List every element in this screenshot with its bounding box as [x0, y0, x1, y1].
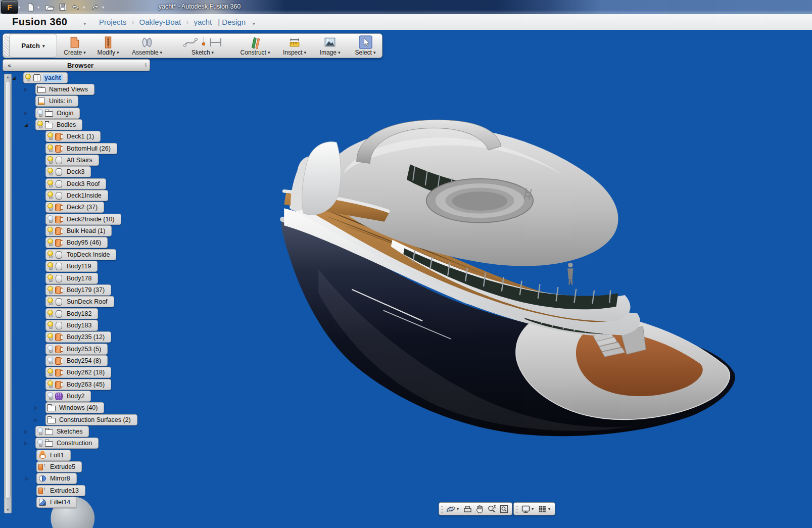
- visibility-bulb-icon[interactable]: [47, 191, 53, 200]
- tree-item-chip[interactable]: Body235 (12): [45, 331, 111, 343]
- scroll-down-icon[interactable]: [5, 507, 11, 513]
- scrollbar-thumb[interactable]: [5, 81, 11, 499]
- visibility-bulb-icon[interactable]: [37, 121, 43, 129]
- browser-tree-item[interactable]: SunDeck Roof: [0, 296, 172, 308]
- zoom-button[interactable]: [486, 503, 498, 514]
- browser-tree-item[interactable]: Loft1: [0, 449, 172, 461]
- fit-button[interactable]: [498, 503, 510, 514]
- tree-item-chip[interactable]: Body178: [45, 273, 98, 284]
- app-menu-caret-icon[interactable]: [18, 5, 23, 10]
- expand-arrow-icon[interactable]: ▷: [34, 405, 45, 410]
- browser-resize-grip[interactable]: [145, 62, 150, 68]
- new-document-button[interactable]: [24, 2, 36, 13]
- grid-settings-caret-icon[interactable]: [548, 507, 553, 511]
- browser-tree-item[interactable]: ▷ Construction Surfaces (2): [0, 414, 172, 425]
- browser-tree-item[interactable]: Extrude5: [0, 461, 172, 472]
- browser-tree-item[interactable]: Body178: [0, 272, 172, 284]
- tree-item-chip[interactable]: BottomHull (26): [45, 143, 117, 154]
- tree-item-chip[interactable]: Body179 (37): [45, 284, 111, 296]
- browser-tree-item[interactable]: Body2: [0, 390, 172, 402]
- visibility-bulb-icon[interactable]: [47, 333, 53, 341]
- browser-tree-item[interactable]: Body95 (46): [0, 237, 172, 249]
- construct-menu-button[interactable]: Construct: [234, 34, 276, 58]
- visibility-bulb-icon[interactable]: [47, 145, 53, 153]
- browser-tree-item[interactable]: Body262 (18): [0, 367, 172, 378]
- browser-tree-item[interactable]: Deck2Inside (10): [0, 213, 172, 225]
- visibility-bulb-icon[interactable]: [37, 439, 43, 447]
- tree-item-chip[interactable]: Deck2 (37): [45, 202, 104, 213]
- browser-tree-item[interactable]: Body182: [0, 308, 172, 319]
- browser-tree-item[interactable]: ▷ Mirror8: [0, 473, 172, 485]
- modify-menu-button[interactable]: Modify: [92, 34, 124, 58]
- visibility-bulb-icon[interactable]: [47, 215, 53, 223]
- tree-item-chip[interactable]: Extrude5: [36, 461, 82, 472]
- browser-tree-item[interactable]: Deck2 (37): [0, 202, 172, 213]
- visibility-bulb-icon[interactable]: [47, 251, 53, 259]
- browser-tree-item[interactable]: Fillet14: [0, 496, 172, 508]
- expand-arrow-icon[interactable]: ◢: [12, 75, 23, 80]
- visibility-bulb-icon[interactable]: [47, 286, 53, 294]
- tree-item-chip[interactable]: Mirror8: [36, 473, 77, 484]
- visibility-bulb-icon[interactable]: [47, 203, 53, 211]
- save-button[interactable]: [57, 2, 69, 13]
- visibility-bulb-icon[interactable]: [47, 368, 53, 376]
- browser-tree-item[interactable]: Extrude13: [0, 485, 172, 496]
- browser-tree-item[interactable]: Body254 (8): [0, 355, 172, 366]
- display-settings-caret-icon[interactable]: [532, 507, 536, 511]
- tree-item-chip[interactable]: Sketches: [35, 426, 89, 437]
- expand-arrow-icon[interactable]: ▷: [25, 476, 36, 481]
- app-menu-button[interactable]: [1, 1, 18, 14]
- breadcrumb-projects[interactable]: Projects: [99, 18, 126, 26]
- select-menu-button[interactable]: Select: [349, 34, 381, 58]
- visibility-bulb-icon[interactable]: [25, 74, 31, 82]
- expand-arrow-icon[interactable]: ◢: [24, 122, 35, 127]
- visibility-bulb-icon[interactable]: [47, 321, 53, 329]
- visibility-bulb-icon[interactable]: [47, 345, 53, 353]
- browser-scrollbar[interactable]: [4, 74, 12, 513]
- look-at-button[interactable]: [461, 503, 473, 514]
- browser-tree-item[interactable]: Body263 (45): [0, 378, 172, 390]
- tree-item-chip[interactable]: Body95 (46): [45, 237, 108, 248]
- expand-arrow-icon[interactable]: ▷: [34, 417, 45, 422]
- tree-item-chip[interactable]: TopDeck Inside: [45, 249, 116, 260]
- browser-tree-item[interactable]: Body253 (5): [0, 343, 172, 355]
- visibility-bulb-icon[interactable]: [47, 180, 53, 188]
- visibility-bulb-icon[interactable]: [47, 156, 53, 164]
- tree-item-chip[interactable]: Body263 (45): [45, 379, 111, 390]
- tree-item-chip[interactable]: Bodies: [35, 119, 82, 130]
- visibility-bulb-icon[interactable]: [47, 310, 53, 318]
- browser-tree-item[interactable]: ◢ yacht: [0, 72, 172, 83]
- display-settings-button[interactable]: [519, 503, 532, 514]
- browser-tree-item[interactable]: Body235 (12): [0, 331, 172, 343]
- browser-tree-item[interactable]: Body119: [0, 261, 172, 272]
- tree-item-chip[interactable]: Aft Stairs: [45, 155, 99, 166]
- tree-item-chip[interactable]: Deck3: [45, 166, 91, 177]
- orbit-caret-icon[interactable]: [457, 507, 461, 511]
- browser-tree-item[interactable]: Body183: [0, 319, 172, 331]
- sketch-menu-button[interactable]: Sketch: [178, 34, 227, 58]
- visibility-bulb-icon[interactable]: [47, 168, 53, 176]
- browser-tree-item[interactable]: Deck3: [0, 166, 172, 178]
- tree-item-chip[interactable]: Named Views: [35, 84, 94, 95]
- visibility-bulb-icon[interactable]: [37, 427, 43, 436]
- breadcrumb-project-name[interactable]: Oakley-Boat: [139, 18, 181, 26]
- redo-caret-icon[interactable]: [102, 5, 107, 10]
- tree-item-chip[interactable]: Units: in: [35, 95, 78, 107]
- redo-button[interactable]: [89, 2, 101, 13]
- tree-item-chip[interactable]: Origin: [35, 108, 80, 119]
- browser-tree-item[interactable]: Deck3 Roof: [0, 178, 172, 189]
- expand-arrow-icon[interactable]: ▷: [24, 429, 35, 434]
- browser-tree-item[interactable]: ▷ Windows (40): [0, 402, 172, 414]
- tree-item-chip[interactable]: Body119: [45, 261, 98, 272]
- tree-item-chip[interactable]: Body2: [45, 391, 91, 402]
- tree-item-chip[interactable]: Deck1Inside: [45, 190, 108, 201]
- browser-tree-item[interactable]: ▷ Named Views: [0, 83, 172, 95]
- workspace-caret-icon[interactable]: [253, 21, 255, 26]
- browser-collapse-icon[interactable]: [3, 62, 16, 68]
- tree-item-chip[interactable]: Construction Surfaces (2): [45, 414, 137, 425]
- inspect-menu-button[interactable]: Inspect: [278, 34, 311, 58]
- browser-tree-item[interactable]: ◢ Bodies: [0, 119, 172, 130]
- tree-item-chip[interactable]: Deck2Inside (10): [45, 214, 121, 225]
- browser-tree-item[interactable]: ▷ Origin: [0, 107, 172, 119]
- orbit-button[interactable]: [445, 503, 457, 514]
